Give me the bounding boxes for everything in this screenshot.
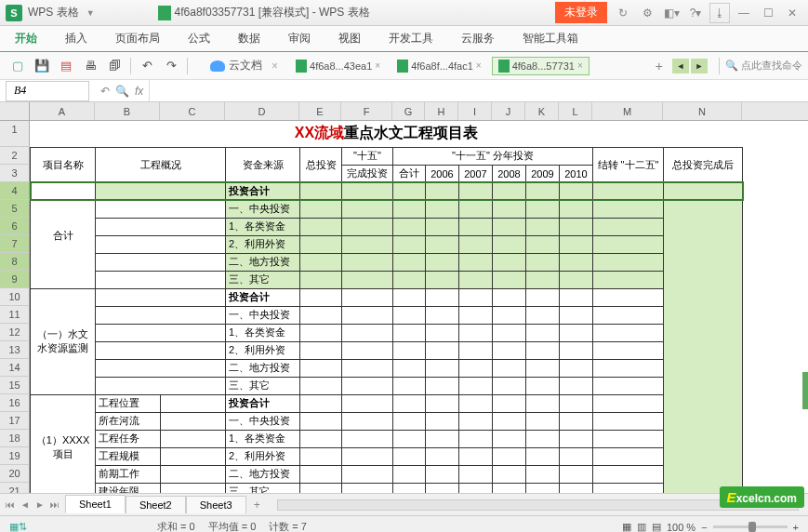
col-header-n[interactable]: N (663, 102, 742, 120)
select-all-corner[interactable] (0, 102, 30, 120)
undo-icon[interactable]: ↶ (138, 57, 156, 75)
view-page-icon[interactable]: ▥ (637, 521, 646, 532)
col-header-f[interactable]: F (341, 102, 392, 120)
view-normal-icon[interactable]: ▦ (622, 521, 631, 532)
row-header[interactable]: 11 (0, 306, 30, 324)
cloud-docs-button[interactable]: 云文档 (210, 58, 262, 73)
row-header[interactable]: 17 (0, 412, 30, 430)
close-button[interactable]: ✕ (782, 3, 802, 23)
tab-nav-next[interactable]: ► (691, 59, 708, 73)
menu-home[interactable]: 开始 (11, 28, 41, 49)
download-icon[interactable]: ⭳ (709, 3, 730, 23)
row-header[interactable]: 18 (0, 430, 30, 447)
app-dropdown-icon[interactable]: ▼ (86, 8, 95, 18)
row-header[interactable]: 12 (0, 324, 30, 341)
last-sheet-icon[interactable]: ⏭ (48, 499, 61, 510)
login-button[interactable]: 未登录 (555, 2, 607, 23)
search-formula-icon[interactable]: 🔍 (115, 85, 129, 98)
next-sheet-icon[interactable]: ► (33, 499, 46, 510)
col-header-l[interactable]: L (559, 102, 592, 120)
col-header-j[interactable]: J (492, 102, 525, 120)
header-2007: 2007 (459, 165, 493, 182)
help-icon[interactable]: ?▾ (685, 3, 706, 23)
export-icon[interactable]: ▤ (57, 57, 75, 75)
sync-icon[interactable]: ↻ (613, 3, 633, 23)
menu-data[interactable]: 数据 (234, 28, 264, 49)
menu-view[interactable]: 视图 (335, 28, 364, 49)
row-header[interactable]: 14 (0, 359, 30, 377)
zoom-out-icon[interactable]: − (701, 522, 707, 533)
settings-icon[interactable]: ⚙ (637, 3, 657, 23)
add-sheet-icon[interactable]: + (246, 499, 268, 512)
zoom-slider[interactable] (713, 525, 788, 528)
menu-dev-tools[interactable]: 开发工具 (385, 28, 437, 49)
save-icon[interactable]: 💾 (33, 57, 51, 75)
file-tab-1[interactable]: 4f6a8...43ea1× (289, 57, 387, 75)
row-header[interactable]: 7 (0, 235, 30, 253)
row-header[interactable]: 15 (0, 377, 30, 394)
row-header[interactable]: 4 (0, 182, 30, 200)
document-icon (158, 6, 171, 20)
row-header[interactable]: 16 (0, 394, 30, 412)
redo-icon[interactable]: ↷ (162, 57, 180, 75)
menu-smart-tools[interactable]: 智能工具箱 (519, 28, 582, 49)
row-header[interactable]: 8 (0, 253, 30, 271)
col-header-a[interactable]: A (30, 102, 95, 120)
row-header[interactable]: 2 (0, 147, 30, 165)
menu-formula[interactable]: 公式 (184, 28, 214, 49)
file-tab-3[interactable]: 4f6a8...57731× (492, 57, 589, 75)
print-icon[interactable]: 🖶 (81, 57, 99, 75)
row-header[interactable]: 21 (0, 483, 30, 493)
side-panel-toggle[interactable] (802, 372, 808, 409)
row-header[interactable]: 6 (0, 218, 30, 235)
col-header-e[interactable]: E (299, 102, 341, 120)
menu-review[interactable]: 审阅 (285, 28, 314, 49)
spreadsheet[interactable]: A B C D E F G H I J K L M N 1 2 3 4 5 6 … (0, 102, 808, 493)
new-icon[interactable]: ▢ (8, 57, 27, 75)
search-command[interactable]: 🔍 点此查找命令 (725, 59, 802, 73)
cell-name-box[interactable] (6, 81, 89, 101)
file-tab-2[interactable]: 4f6a8f...4fac1× (391, 57, 488, 75)
skin-icon[interactable]: ◧▾ (661, 3, 682, 23)
tab-nav-prev[interactable]: ◄ (672, 59, 689, 73)
row-header[interactable]: 1 (0, 121, 30, 147)
zoom-in-icon[interactable]: + (793, 522, 799, 533)
add-tab-icon[interactable]: + (656, 59, 663, 73)
col-header-g[interactable]: G (392, 102, 425, 120)
col-header-i[interactable]: I (458, 102, 492, 120)
row-header[interactable]: 5 (0, 200, 30, 218)
row-header[interactable]: 19 (0, 447, 30, 465)
first-sheet-icon[interactable]: ⏮ (4, 499, 17, 510)
zoom-label[interactable]: 100 % (667, 522, 695, 533)
sheet-tab-1[interactable]: Sheet1 (65, 495, 126, 513)
row-header[interactable]: 9 (0, 271, 30, 288)
cell: 1、各类资金 (226, 218, 300, 235)
data-table[interactable]: XX流域重点水文工程项目表 项目名称 工程概况 资金来源 总投资 "十五" "十… (30, 121, 743, 493)
row-header[interactable]: 10 (0, 288, 30, 306)
prev-sheet-icon[interactable]: ◄ (19, 499, 32, 510)
fx-icon[interactable]: fx (135, 85, 143, 98)
col-header-d[interactable]: D (225, 102, 299, 120)
sheet-tab-2[interactable]: Sheet2 (126, 496, 186, 513)
menu-cloud[interactable]: 云服务 (457, 28, 498, 49)
row-header[interactable]: 20 (0, 465, 30, 483)
close-tab-icon[interactable]: × (577, 60, 583, 71)
col-header-h[interactable]: H (425, 102, 458, 120)
row-header[interactable]: 3 (0, 165, 30, 182)
sheet-tab-3[interactable]: Sheet3 (186, 496, 246, 513)
undo-formula-icon[interactable]: ↶ (100, 85, 110, 98)
col-header-c[interactable]: C (160, 102, 225, 120)
view-break-icon[interactable]: ▤ (652, 521, 661, 532)
col-header-m[interactable]: M (592, 102, 663, 120)
row-header[interactable]: 13 (0, 341, 30, 359)
close-tab-icon[interactable]: × (476, 60, 482, 71)
print-preview-icon[interactable]: 🗐 (105, 57, 124, 75)
menu-page-layout[interactable]: 页面布局 (112, 28, 164, 49)
col-header-k[interactable]: K (525, 102, 559, 120)
col-header-b[interactable]: B (95, 102, 160, 120)
minimize-button[interactable]: — (734, 3, 754, 23)
menu-insert[interactable]: 插入 (61, 28, 91, 49)
maximize-button[interactable]: ☐ (758, 3, 778, 23)
close-tab-icon[interactable]: × (375, 60, 380, 71)
formula-input[interactable] (149, 80, 808, 101)
